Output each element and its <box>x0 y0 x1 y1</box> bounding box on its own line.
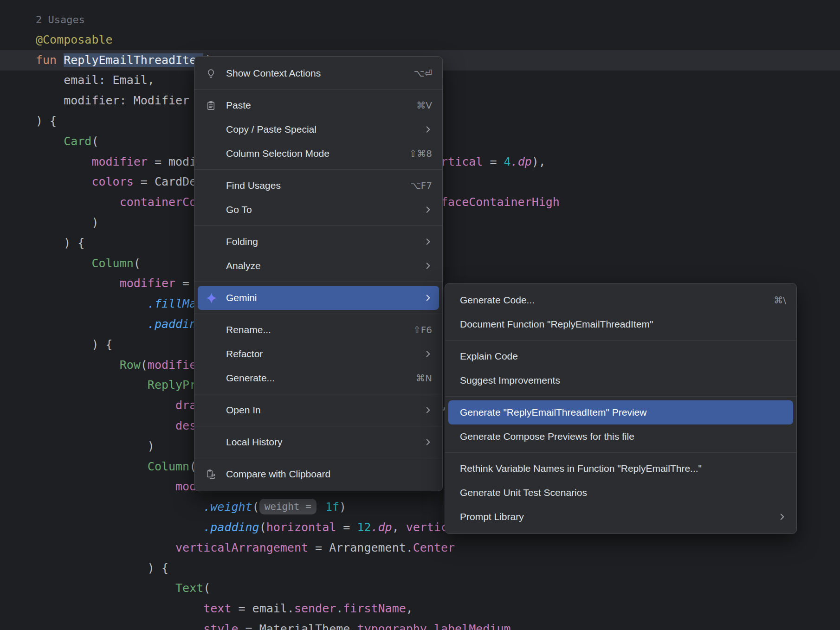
code-token: style <box>203 622 238 630</box>
code-token: = email. <box>231 602 294 615</box>
submenu-chevron-icon <box>404 262 432 270</box>
code-token: ) <box>36 216 98 229</box>
code-token: Text <box>175 581 203 595</box>
menu-item-label: Suggest Improvements <box>460 375 560 386</box>
menu-item-label: Generate "ReplyEmailThreadItem" Preview <box>460 407 646 418</box>
menu-item-find-usages[interactable]: Find Usages⌥F7 <box>198 174 439 198</box>
menu-item-paste[interactable]: Paste⌘V <box>198 93 439 117</box>
menu-separator <box>194 426 442 426</box>
menu-item-label: Go To <box>226 204 252 215</box>
menu-item-rename[interactable]: Rename...⇧F6 <box>198 318 439 342</box>
menu-item-local-history[interactable]: Local History <box>198 430 439 454</box>
menu-item-generate-replyemailthreaditem-preview[interactable]: Generate "ReplyEmailThreadItem" Preview <box>448 400 793 424</box>
code-token: ( <box>203 581 210 595</box>
menu-item-compare-with-clipboard[interactable]: Compare with Clipboard <box>198 462 439 486</box>
menu-item-gemini[interactable]: Gemini <box>198 286 439 310</box>
editor-context-menu: Show Context Actions⌥⏎Paste⌘VCopy / Past… <box>194 56 443 491</box>
code-token: ) { <box>36 338 113 351</box>
menu-item-label: Open In <box>226 405 261 416</box>
menu-shortcut: ⌘V <box>397 100 432 111</box>
selected-identifier: ReplyEmailThreadItem <box>64 53 203 67</box>
code-token <box>36 622 203 630</box>
code-token: ( <box>252 500 259 514</box>
code-token: Row <box>120 358 141 372</box>
menu-item-generate-compose-previews-for-this-file[interactable]: Generate Compose Previews for this file <box>448 424 793 449</box>
code-token: = <box>336 521 357 534</box>
code-token: 4 <box>504 155 511 168</box>
code-token: = Arrangement. <box>308 541 413 554</box>
code-token: Column <box>91 257 133 270</box>
menu-separator <box>194 394 442 394</box>
menu-item-label: Compare with Clipboard <box>226 469 330 480</box>
code-token: ) { <box>36 236 84 250</box>
compare-clipboard-icon <box>206 469 226 480</box>
menu-item-explain-code[interactable]: Explain Code <box>448 344 793 368</box>
menu-shortcut: ⌘\ <box>754 295 786 306</box>
menu-item-refactor[interactable]: Refactor <box>198 342 439 366</box>
code-token: text <box>203 602 231 615</box>
code-token <box>36 399 175 412</box>
menu-item-label: Generate Code... <box>460 295 535 306</box>
menu-item-generate-unit-test-scenarios[interactable]: Generate Unit Test Scenarios <box>448 481 793 505</box>
code-token: sender <box>294 602 336 615</box>
menu-item-generate-code[interactable]: Generate Code...⌘\ <box>448 288 793 312</box>
menu-item-show-context-actions[interactable]: Show Context Actions⌥⏎ <box>198 61 439 85</box>
menu-separator <box>445 396 796 397</box>
code-token <box>36 541 175 554</box>
code-token: .weight <box>203 500 252 514</box>
code-token <box>36 358 120 372</box>
code-token: colors <box>91 175 133 188</box>
code-token: .dp <box>371 521 392 534</box>
code-token: Column <box>148 460 189 473</box>
menu-item-folding[interactable]: Folding <box>198 230 439 254</box>
menu-item-label: Generate... <box>226 373 275 384</box>
code-token: 12 <box>357 521 371 534</box>
menu-shortcut: ⇧F6 <box>394 324 432 335</box>
code-token <box>36 175 91 188</box>
gemini-icon <box>206 292 226 304</box>
menu-item-go-to[interactable]: Go To <box>198 198 439 222</box>
menu-item-label: Document Function "ReplyEmailThreadItem" <box>460 319 653 330</box>
code-line: ) { <box>36 558 560 579</box>
submenu-chevron-icon <box>758 513 786 521</box>
code-token: ), <box>532 155 546 168</box>
menu-item-copy-paste-special[interactable]: Copy / Paste Special <box>198 117 439 141</box>
code-token <box>36 257 91 270</box>
menu-item-suggest-improvements[interactable]: Suggest Improvements <box>448 368 793 392</box>
menu-item-open-in[interactable]: Open In <box>198 398 439 422</box>
menu-shortcut: ⌥⏎ <box>394 68 432 79</box>
menu-item-column-selection-mode[interactable]: Column Selection Mode⇧⌘8 <box>198 141 439 166</box>
submenu-chevron-icon <box>404 438 432 446</box>
code-token: ) { <box>36 114 57 128</box>
code-line: style = MaterialTheme.typography.labelMe… <box>36 619 560 630</box>
menu-item-label: Paste <box>226 100 251 111</box>
menu-item-label: Analyze <box>226 260 261 271</box>
menu-separator <box>194 458 442 458</box>
code-token: modifier <box>120 276 175 290</box>
code-line: Text( <box>36 578 560 598</box>
code-token: . <box>336 602 343 615</box>
code-token <box>36 155 91 168</box>
submenu-chevron-icon <box>404 125 432 134</box>
menu-item-prompt-library[interactable]: Prompt Library <box>448 505 793 529</box>
inline-parameter-hint: weight = <box>259 499 317 514</box>
code-token: ( <box>259 521 266 534</box>
code-token: ( <box>141 358 148 372</box>
menu-item-rethink-variable-names-in-function-replyemailthre[interactable]: Rethink Variable Names in Function "Repl… <box>448 456 793 481</box>
menu-separator <box>194 314 442 314</box>
menu-item-generate[interactable]: Generate...⌘N <box>198 366 439 390</box>
code-token <box>36 500 203 514</box>
menu-item-document-function-replyemailthreaditem[interactable]: Document Function "ReplyEmailThreadItem" <box>448 312 793 336</box>
menu-item-analyze[interactable]: Analyze <box>198 254 439 278</box>
code-token: firstName <box>343 602 406 615</box>
code-token: = MaterialTheme. <box>239 622 357 630</box>
menu-separator <box>445 452 796 453</box>
code-token <box>36 602 203 615</box>
gemini-submenu: Generate Code...⌘\Document Function "Rep… <box>445 283 797 534</box>
code-token <box>36 521 203 534</box>
code-token <box>36 317 148 331</box>
menu-item-label: Gemini <box>226 292 257 303</box>
menu-item-label: Refactor <box>226 348 263 360</box>
menu-separator <box>445 340 796 341</box>
menu-item-label: Folding <box>226 236 258 247</box>
